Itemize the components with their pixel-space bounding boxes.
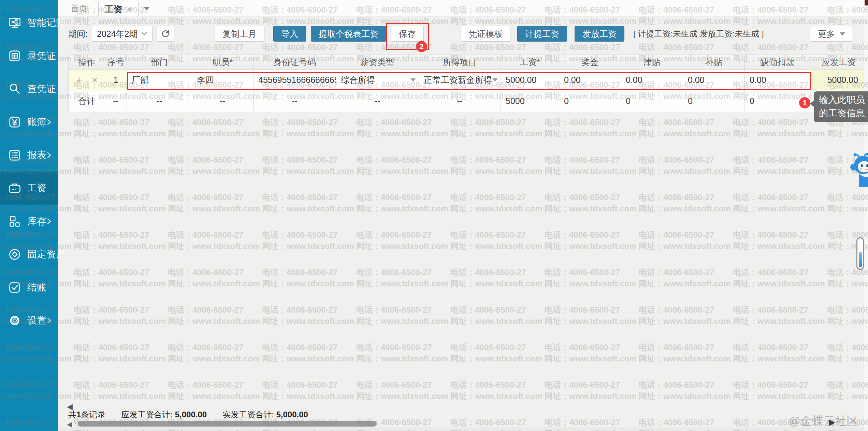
report-icon bbox=[8, 148, 22, 162]
sidebar-item-closing[interactable]: 结账 bbox=[0, 271, 58, 304]
step-1-badge: 1 bbox=[799, 97, 810, 108]
sidebar-item-settings[interactable]: 设置 bbox=[0, 304, 58, 337]
payable-total: 应发工资合计: 5,000.00 bbox=[121, 409, 207, 420]
inventory-blocks-icon bbox=[8, 214, 22, 228]
row-input-cell[interactable]: 0.00 bbox=[683, 70, 745, 90]
salary-page: 期间: 2024年2期 复制上月 导入 提取个税表工资 保存 2 bbox=[58, 16, 868, 431]
sidebar-item-label: 工资 bbox=[27, 182, 46, 195]
pay-salary-button[interactable]: 发放工资 bbox=[575, 26, 624, 42]
period-label: 期间: bbox=[68, 28, 88, 40]
chevron-down-icon bbox=[141, 32, 147, 36]
salary-row: +×1厂部李四455695516666666654综合所得正常工资薪金所得500… bbox=[68, 70, 868, 90]
tooltip-line: 的工资信息 bbox=[819, 107, 865, 120]
community-watermark: @金蝶云社区 bbox=[789, 413, 858, 429]
row-actions-cell: +× bbox=[68, 70, 105, 90]
total-cell: -- bbox=[419, 90, 501, 112]
sidebar-item-inventory[interactable]: 库存 bbox=[0, 205, 58, 238]
row-dropdown-cell[interactable]: 综合所得 bbox=[336, 70, 419, 90]
divider bbox=[58, 401, 868, 401]
step-2-badge: 2 bbox=[416, 41, 427, 52]
sidebar-item-record-voucher[interactable]: 录凭证 bbox=[0, 39, 58, 72]
sidebar-item-reports[interactable]: 报表 bbox=[0, 138, 58, 172]
row-input-cell[interactable]: 厂部 bbox=[127, 70, 192, 90]
tab-home[interactable]: 首页 bbox=[70, 0, 87, 16]
salary-table: 操作序号部门职员*身份证号码薪资类型所得项目工资*奖金津贴补贴缺勤扣款应发工资+… bbox=[68, 55, 868, 112]
row-input-cell[interactable]: 5000.00 bbox=[501, 70, 559, 90]
horizontal-scrollbar-thumb[interactable] bbox=[78, 421, 377, 427]
vertical-scrollbar-track[interactable] bbox=[864, 16, 868, 431]
row-input-cell[interactable]: 0.00 bbox=[621, 70, 683, 90]
sidebar-item-label: 录凭证 bbox=[27, 49, 56, 62]
window-edge-artifact bbox=[865, 0, 868, 5]
chevron-down-icon[interactable] bbox=[410, 78, 416, 84]
accrue-salary-button[interactable]: 计提工资 bbox=[517, 26, 567, 42]
sidebar-item-check-voucher[interactable]: 查凭证 bbox=[0, 72, 58, 105]
save-button-wrapper: 保存 2 bbox=[391, 26, 424, 42]
sidebar-item-ledger[interactable]: 账簿 bbox=[0, 105, 58, 138]
sidebar-item-label: 账簿 bbox=[27, 116, 46, 129]
row-input-cell[interactable]: 0.00 bbox=[559, 70, 621, 90]
closing-check-icon bbox=[8, 280, 22, 295]
search-voucher-icon bbox=[8, 82, 22, 96]
hscroll-left-arrow-icon[interactable]: ◀ bbox=[67, 420, 72, 428]
row-input-cell[interactable]: 李四 bbox=[192, 70, 254, 90]
chevron-down-icon[interactable] bbox=[492, 78, 498, 84]
row-input-cell[interactable]: 455695516666666654 bbox=[254, 70, 336, 90]
assistant-mascot[interactable] bbox=[849, 153, 868, 188]
sidebar-item-label: 固定资产 bbox=[27, 248, 66, 261]
extract-tax-salary-button[interactable]: 提取个税表工资 bbox=[311, 26, 386, 42]
total-cell: 0 bbox=[559, 90, 621, 112]
total-cell: -- bbox=[336, 90, 419, 112]
total-cell: 合计 bbox=[68, 90, 105, 112]
copy-last-month-button[interactable]: 复制上月 bbox=[215, 26, 264, 42]
column-header: 职员* bbox=[192, 55, 254, 70]
app-window: 智能记账 录凭证 查凭证 bbox=[0, 0, 868, 431]
sidebar-item-fixed-assets[interactable]: 固定资产 bbox=[0, 238, 58, 271]
refresh-button[interactable] bbox=[157, 26, 174, 42]
save-button[interactable]: 保存 bbox=[391, 26, 424, 42]
refresh-icon bbox=[161, 29, 170, 39]
total-cell: -- bbox=[254, 90, 336, 112]
add-row-icon[interactable]: + bbox=[76, 74, 82, 86]
more-button[interactable]: 更多 bbox=[810, 26, 853, 42]
row-cell: 1 bbox=[105, 70, 127, 90]
import-button[interactable]: 导入 bbox=[273, 26, 306, 42]
table-header-row: 操作序号部门职员*身份证号码薪资类型所得项目工资*奖金津贴补贴缺勤扣款应发工资 bbox=[68, 55, 868, 70]
vertical-scroll-indicator[interactable] bbox=[856, 237, 864, 270]
close-tab-icon[interactable]: × bbox=[127, 5, 132, 14]
chevron-down-icon bbox=[144, 7, 149, 13]
paid-total: 实发工资合计: 5,000.00 bbox=[222, 409, 308, 420]
total-cell: 0 bbox=[621, 90, 683, 112]
column-header: 部门 bbox=[127, 55, 192, 70]
more-button-label: 更多 bbox=[818, 28, 835, 40]
tab-salary-label: 工资 bbox=[105, 3, 122, 15]
total-cell: -- bbox=[192, 90, 254, 112]
column-header: 津贴 bbox=[621, 55, 683, 70]
sidebar-item-smart-bookkeeping[interactable]: 智能记账 bbox=[0, 6, 58, 39]
row-input-cell[interactable]: 0.00 bbox=[745, 70, 810, 90]
column-header: 工资* bbox=[501, 55, 559, 70]
tab-list-dropdown[interactable] bbox=[144, 6, 149, 12]
chevron-right-icon bbox=[46, 218, 52, 225]
column-header: 缺勤扣款 bbox=[745, 55, 810, 70]
fixed-assets-icon bbox=[8, 247, 22, 262]
chevron-right-icon bbox=[46, 317, 52, 324]
tab-salary[interactable]: 工资 × bbox=[98, 2, 139, 17]
column-header: 奖金 bbox=[559, 55, 621, 70]
total-cell: -- bbox=[127, 90, 192, 112]
row-payable-cell: 5000.00 bbox=[810, 70, 868, 90]
period-select[interactable]: 2024年2期 bbox=[92, 26, 153, 42]
total-row: 合计------------500000005000 bbox=[68, 90, 868, 112]
delete-row-icon[interactable]: × bbox=[92, 75, 97, 85]
total-cell: 0 bbox=[683, 90, 745, 112]
row-dropdown-cell[interactable]: 正常工资薪金所得 bbox=[419, 70, 501, 90]
sidebar-item-label: 设置 bbox=[27, 314, 46, 327]
chevron-down-icon bbox=[840, 32, 845, 38]
sidebar-item-salary[interactable]: 工资 bbox=[0, 172, 58, 205]
salary-card-icon bbox=[8, 181, 22, 195]
voucher-template-button[interactable]: 凭证模板 bbox=[461, 26, 510, 42]
ledger-icon bbox=[8, 115, 22, 129]
chevron-right-icon bbox=[46, 118, 52, 126]
period-select-value: 2024年2期 bbox=[97, 28, 138, 40]
column-header: 操作 bbox=[68, 55, 105, 70]
